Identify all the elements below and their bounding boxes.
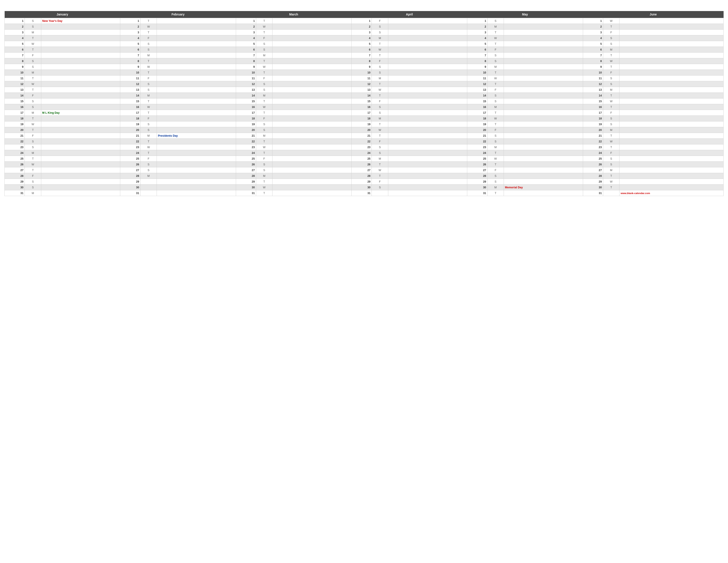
day-letter: S: [140, 41, 157, 47]
day-letter: F: [25, 53, 41, 58]
day-letter: W: [25, 121, 41, 127]
day-letter: F: [25, 93, 41, 98]
day-letter: T: [256, 58, 272, 64]
day-letter: M: [487, 184, 504, 190]
day-number: 28: [120, 173, 140, 179]
day-number: 8: [351, 58, 372, 64]
day-letter: T: [487, 190, 504, 196]
table-row: 5W5S5S5T5T5S: [5, 41, 724, 47]
day-number: 18: [467, 116, 487, 121]
day-number: 25: [467, 156, 487, 162]
day-letter: W: [25, 162, 41, 167]
day-letter: S: [487, 53, 504, 58]
holiday-cell: [272, 144, 352, 150]
day-number: 18: [120, 116, 140, 121]
day-letter: T: [487, 150, 504, 156]
day-letter: F: [372, 98, 388, 104]
table-row: 17MM L King Day17T17T17S17T17F: [5, 110, 724, 116]
holiday-cell: [619, 116, 724, 121]
holiday-cell: [157, 93, 236, 98]
day-letter: T: [25, 156, 41, 162]
table-row: 3M3T3T3S3T3F: [5, 30, 724, 35]
holiday-cell: [41, 121, 120, 127]
day-number: 2: [467, 24, 487, 30]
day-number: 27: [351, 167, 372, 173]
day-letter: T: [372, 162, 388, 167]
table-row: 4T4F4F4M4W4S: [5, 35, 724, 41]
day-number: 1: [236, 18, 256, 24]
day-letter: S: [603, 41, 619, 47]
holiday-cell: [272, 173, 352, 179]
holiday-cell: [388, 75, 467, 81]
day-number: 7: [467, 53, 487, 58]
day-number: 13: [467, 87, 487, 93]
day-letter: F: [140, 156, 157, 162]
holiday-cell: [41, 24, 120, 30]
holiday-cell: [41, 35, 120, 41]
day-number: 7: [120, 53, 140, 58]
day-letter: F: [487, 127, 504, 133]
day-number: 8: [236, 58, 256, 64]
day-letter: T: [372, 121, 388, 127]
holiday-cell: [619, 121, 724, 127]
day-number: 6: [467, 47, 487, 53]
holiday-cell: [388, 110, 467, 116]
day-letter: F: [603, 150, 619, 156]
holiday-cell: [41, 167, 120, 173]
holiday-cell: [157, 30, 236, 35]
day-letter: F: [487, 87, 504, 93]
holiday-cell: [272, 93, 352, 98]
table-row: 12W12S12S12T12T12S: [5, 81, 724, 87]
day-letter: W: [487, 35, 504, 41]
holiday-cell: [272, 116, 352, 121]
day-number: 29: [236, 179, 256, 184]
day-number: 1: [351, 18, 372, 24]
day-number: 4: [236, 35, 256, 41]
day-letter: W: [603, 98, 619, 104]
day-letter: T: [256, 139, 272, 144]
holiday-cell: [388, 47, 467, 53]
holiday-cell: [41, 104, 120, 110]
holiday-cell: [619, 104, 724, 110]
holiday-cell: [619, 18, 724, 24]
holiday-cell: [157, 104, 236, 110]
day-letter: T: [603, 24, 619, 30]
holiday-cell: [41, 179, 120, 184]
day-letter: T: [140, 110, 157, 116]
day-letter: S: [603, 35, 619, 41]
holiday-cell: [41, 70, 120, 75]
holiday-cell: [504, 24, 583, 30]
day-letter: S: [256, 127, 272, 133]
table-row: 11T11F11F11M11W11S: [5, 75, 724, 81]
day-letter: T: [372, 41, 388, 47]
day-letter: S: [25, 184, 41, 190]
day-letter: M: [603, 167, 619, 173]
day-number: 14: [236, 93, 256, 98]
holiday-cell: [157, 98, 236, 104]
holiday-cell: [157, 179, 236, 184]
day-number: 22: [5, 139, 25, 144]
day-letter: S: [25, 139, 41, 144]
day-number: 12: [236, 81, 256, 87]
day-number: 1: [583, 18, 603, 24]
day-number: 27: [120, 167, 140, 173]
day-number: 8: [467, 58, 487, 64]
day-letter: T: [256, 18, 272, 24]
holiday-cell: [272, 30, 352, 35]
holiday-cell: [272, 121, 352, 127]
day-letter: F: [140, 75, 157, 81]
day-number: 16: [583, 104, 603, 110]
day-letter: T: [603, 173, 619, 179]
day-letter: M: [140, 93, 157, 98]
day-number: 3: [5, 30, 25, 35]
holiday-cell: [619, 35, 724, 41]
holiday-cell: [619, 139, 724, 144]
day-number: 26: [583, 162, 603, 167]
day-letter: S: [372, 104, 388, 110]
day-number: 20: [583, 127, 603, 133]
day-number: 23: [236, 144, 256, 150]
day-letter: M: [487, 24, 504, 30]
holiday-cell: [504, 47, 583, 53]
day-letter: S: [140, 162, 157, 167]
holiday-cell: [388, 179, 467, 184]
